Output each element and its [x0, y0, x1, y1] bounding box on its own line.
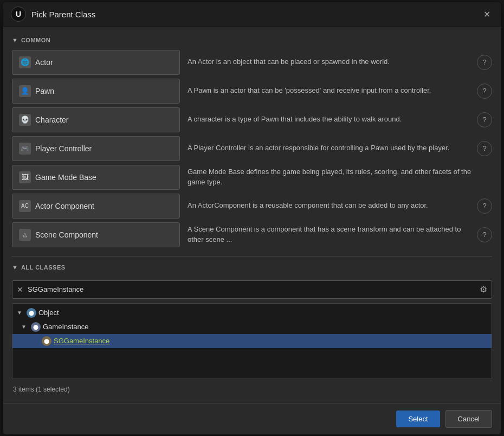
scene-component-button[interactable]: △ Scene Component [12, 222, 180, 247]
tree-item-game-instance[interactable]: ▼ ⬤ GameInstance [12, 320, 492, 334]
common-section-label: COMMON [21, 37, 50, 43]
game-mode-base-row: 🖼 Game Mode Base Game Mode Base defines … [12, 164, 492, 191]
character-button[interactable]: 💀 Character [12, 107, 180, 132]
pawn-description: A Pawn is an actor that can be 'possesse… [180, 86, 477, 95]
all-classes-section-header: ▼ ALL CLASSES [12, 264, 492, 271]
pick-parent-class-dialog: U Pick Parent Class ✕ ▼ COMMON 🌐 Actor A… [3, 2, 501, 435]
all-classes-section: ▼ ALL CLASSES ✕ SGGameInstance ⚙ ▼ ⬤ Obj… [12, 262, 492, 395]
search-input[interactable]: SGGameInstance [28, 285, 475, 293]
ue-logo: U [11, 7, 26, 22]
scene-component-icon: △ [19, 229, 31, 241]
tree-item-object[interactable]: ▼ ⬤ Object [12, 306, 492, 320]
sg-game-instance-icon: ⬤ [42, 336, 51, 346]
character-row: 💀 Character A character is a type of Paw… [12, 106, 492, 133]
game-mode-base-label: Game Mode Base [35, 173, 96, 182]
title-bar: U Pick Parent Class ✕ [3, 2, 501, 27]
actor-component-description: An ActorComponent is a reusable componen… [180, 201, 477, 210]
search-clear-icon[interactable]: ✕ [17, 285, 23, 294]
dialog-body: ▼ COMMON 🌐 Actor An Actor is an object t… [3, 27, 501, 403]
section-divider [12, 256, 492, 257]
actor-button[interactable]: 🌐 Actor [12, 50, 180, 75]
object-label: Object [38, 309, 59, 317]
common-arrow-icon: ▼ [12, 37, 18, 43]
class-tree: ▼ ⬤ Object ▼ ⬤ GameInstance ▶ ⬤ SGGameIn… [12, 303, 492, 379]
actor-label: Actor [35, 58, 53, 67]
player-controller-button[interactable]: 🎮 Player Controller [12, 136, 180, 161]
actor-component-label: Actor Component [35, 202, 94, 210]
scene-component-row: △ Scene Component A Scene Component is a… [12, 221, 492, 248]
actor-description: An Actor is an object that can be placed… [180, 57, 477, 67]
dialog-footer: Select Cancel [3, 403, 501, 434]
common-section-header: ▼ COMMON [12, 37, 492, 43]
tree-item-sg-game-instance[interactable]: ▶ ⬤ SGGameInstance [12, 334, 492, 348]
search-row: ✕ SGGameInstance ⚙ [12, 280, 492, 299]
actor-row: 🌐 Actor An Actor is an object that can b… [12, 49, 492, 76]
dialog-title: Pick Parent Class [31, 10, 95, 19]
player-controller-icon: 🎮 [19, 143, 31, 155]
player-controller-row: 🎮 Player Controller A Player Controller … [12, 135, 492, 162]
object-expand-arrow: ▼ [17, 310, 24, 316]
pawn-button[interactable]: 👤 Pawn [12, 79, 180, 104]
pawn-icon: 👤 [19, 85, 31, 97]
scene-component-description: A Scene Component is a component that ha… [180, 225, 477, 244]
actor-help-button[interactable]: ? [477, 55, 492, 70]
actor-icon: 🌐 [19, 56, 31, 68]
game-instance-label: GameInstance [43, 323, 89, 331]
actor-component-row: AC Actor Component An ActorComponent is … [12, 193, 492, 220]
sg-game-instance-label: SGGameInstance [54, 337, 109, 345]
scene-component-label: Scene Component [35, 230, 98, 239]
scene-component-help-button[interactable]: ? [477, 227, 492, 242]
object-icon: ⬤ [27, 308, 36, 318]
pawn-help-button[interactable]: ? [477, 84, 492, 99]
player-controller-help-button[interactable]: ? [477, 141, 492, 156]
status-bar: 3 items (1 selected) [12, 383, 492, 395]
character-icon: 💀 [19, 114, 31, 126]
close-button[interactable]: ✕ [480, 8, 493, 21]
character-help-button[interactable]: ? [477, 112, 492, 127]
game-instance-expand-arrow: ▼ [21, 324, 29, 330]
common-class-list: 🌐 Actor An Actor is an object that can b… [12, 49, 492, 248]
actor-component-help-button[interactable]: ? [477, 198, 492, 214]
pawn-row: 👤 Pawn A Pawn is an actor that can be 'p… [12, 78, 492, 105]
search-settings-icon[interactable]: ⚙ [480, 284, 487, 294]
all-classes-arrow-icon: ▼ [12, 264, 18, 271]
actor-component-icon: AC [19, 200, 31, 212]
game-mode-base-button[interactable]: 🖼 Game Mode Base [12, 165, 180, 190]
player-controller-description: A Player Controller is an actor responsi… [180, 143, 477, 153]
character-description: A character is a type of Pawn that inclu… [180, 114, 477, 124]
character-label: Character [35, 116, 68, 124]
actor-component-button[interactable]: AC Actor Component [12, 194, 180, 219]
pawn-label: Pawn [35, 87, 54, 95]
title-bar-left: U Pick Parent Class [11, 7, 95, 22]
player-controller-label: Player Controller [35, 144, 92, 153]
game-mode-base-description: Game Mode Base defines the game being pl… [180, 167, 492, 187]
all-classes-section-label: ALL CLASSES [21, 264, 66, 271]
cancel-button[interactable]: Cancel [445, 410, 492, 428]
select-button[interactable]: Select [396, 411, 440, 427]
game-instance-icon: ⬤ [31, 322, 41, 332]
game-mode-base-icon: 🖼 [19, 171, 31, 183]
